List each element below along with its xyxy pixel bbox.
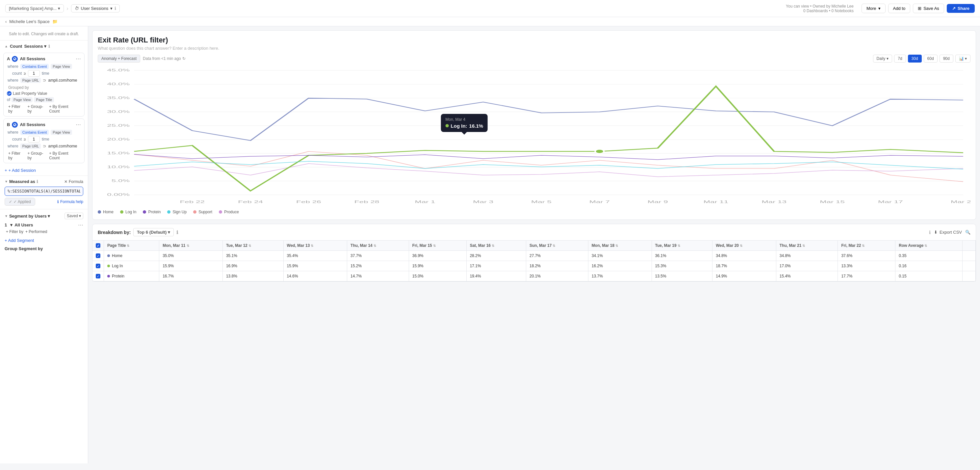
session-a-title: A All Sessions <box>7 56 45 62</box>
count-input-a[interactable] <box>28 70 40 77</box>
row-checkbox[interactable]: ✓ <box>96 264 100 268</box>
collapse-segment[interactable]: ▼ <box>5 214 8 218</box>
nav-right: You can view • Owned by Michelle Lee 0 D… <box>781 3 975 14</box>
th-mar20[interactable]: Wed, Mar 20 ⇅ <box>713 241 776 251</box>
more-button[interactable]: More ▾ <box>862 4 886 13</box>
row-value-cell: 16.7% <box>159 271 223 281</box>
row-checkbox[interactable]: ✓ <box>96 253 100 258</box>
row-name: Log In <box>107 264 156 268</box>
seg-filter-by[interactable]: + Filter by <box>6 229 23 234</box>
page-view-tag[interactable]: Page View <box>51 64 72 69</box>
row-checkbox[interactable]: ✓ <box>96 274 100 279</box>
period-7d-button[interactable]: 7d <box>894 55 906 62</box>
group-by-b[interactable]: + Group-by <box>27 151 47 160</box>
th-mar15[interactable]: Fri, Mar 15 ⇅ <box>409 241 466 251</box>
refresh-icon[interactable]: ↻ <box>182 56 186 61</box>
all-users-label: 1 ▾ All Users <box>5 223 33 228</box>
th-mar21[interactable]: Thu, Mar 21 ⇅ <box>776 241 838 251</box>
th-mar19[interactable]: Tue, Mar 19 ⇅ <box>652 241 713 251</box>
chart-type-button[interactable]: 📊 ▾ <box>955 55 970 62</box>
export-csv-button[interactable]: ⬇ Export CSV <box>934 230 962 235</box>
period-90d-button[interactable]: 90d <box>940 55 953 62</box>
filter-by-b[interactable]: + Filter by <box>8 151 25 160</box>
breakdown-info-icon[interactable]: ℹ <box>177 230 178 235</box>
page-url-tag[interactable]: Page URL <box>21 78 41 83</box>
sessions-label-text: User Sessions <box>81 6 108 11</box>
info-icon-measured[interactable]: ℹ <box>37 179 38 184</box>
formula-help-link[interactable]: ℹ Formula help <box>57 199 83 204</box>
breadcrumb-space[interactable]: Michelle Lee's Space <box>9 19 49 24</box>
chevron-down-seg: ▾ <box>10 223 13 228</box>
by-event-count-a[interactable]: + By Event Count <box>49 104 80 113</box>
granularity-button[interactable]: Daily ▾ <box>873 55 892 62</box>
segment-header: ▼ Segment by Users ▾ <box>5 213 50 218</box>
contains-event-tag-b[interactable]: Contains Event <box>21 130 49 135</box>
app-selector[interactable]: [Marketing Space] Amp... ▾ <box>5 4 64 13</box>
th-mar22[interactable]: Fri, Mar 22 ⇅ <box>838 241 896 251</box>
info-icon-count[interactable]: ℹ <box>48 44 50 49</box>
th-mar16[interactable]: Sat, Mar 16 ⇅ <box>466 241 526 251</box>
th-row-average[interactable]: Row Average ⇅ <box>896 241 963 251</box>
row-value-cell: 15.3% <box>652 261 713 271</box>
session-b-menu[interactable]: ⋯ <box>76 121 81 128</box>
save-as-button[interactable]: ⊞ Save As <box>913 4 944 13</box>
back-icon[interactable]: ‹ <box>5 19 6 24</box>
page-url-tag-b[interactable]: Page URL <box>21 143 41 149</box>
contains-event-tag[interactable]: Contains Event <box>21 64 49 69</box>
anomaly-forecast-button[interactable]: Anomaly + Forecast <box>98 55 140 62</box>
seg-performed[interactable]: + Performed <box>25 229 47 234</box>
th-mar18[interactable]: Mon, Mar 18 ⇅ <box>588 241 652 251</box>
svg-text:Feb 22: Feb 22 <box>180 200 205 204</box>
info-icon-table[interactable]: ℹ <box>929 230 931 235</box>
share-button[interactable]: ↗ Share <box>947 4 975 13</box>
x-icon: ✕ <box>64 179 67 184</box>
filter-by-a[interactable]: + Filter by <box>8 104 25 113</box>
th-page-title[interactable]: Page Title ⇅ <box>104 241 159 251</box>
period-30d-button[interactable]: 30d <box>908 55 922 62</box>
session-a-menu[interactable]: ⋯ <box>76 56 81 62</box>
svg-text:Feb 26: Feb 26 <box>296 200 321 204</box>
formula-badge[interactable]: ✕ Formula <box>64 179 83 184</box>
count-input-b[interactable] <box>28 136 40 142</box>
add-to-button[interactable]: Add to <box>888 4 910 13</box>
page-view-tag-2[interactable]: Page View <box>11 97 33 102</box>
breakdown-select[interactable]: Top 6 (Default) ▾ <box>133 228 174 236</box>
group-by-a[interactable]: + Group-by <box>27 104 47 113</box>
add-session-button[interactable]: + + Add Session <box>0 165 88 175</box>
collapse-arrow[interactable]: ▲ <box>5 45 8 48</box>
users-dropdown[interactable]: Users ▾ <box>35 213 50 218</box>
session-b-block: B All Sessions ⋯ where Contains Event Pa… <box>3 118 84 163</box>
page-view-tag-b[interactable]: Page View <box>51 130 72 135</box>
th-mar11[interactable]: Mon, Mar 11 ⇅ <box>159 241 223 251</box>
by-event-count-b[interactable]: + By Event Count <box>49 151 80 160</box>
chart-container: Exit Rate (URL filter) What question doe… <box>92 30 976 220</box>
period-60d-button[interactable]: 60d <box>924 55 937 62</box>
th-sort-page-title[interactable]: Page Title ⇅ <box>107 243 156 248</box>
formula-input[interactable] <box>5 186 83 196</box>
legend-dot-signup <box>167 210 170 213</box>
segment-1-menu[interactable]: ⋯ <box>78 222 83 228</box>
row-value-cell: 0.35 <box>896 251 963 261</box>
session-a-filter-row: + Filter by + Group-by + By Event Count <box>7 103 81 113</box>
th-mar17[interactable]: Sun, Mar 17 ⇅ <box>526 241 588 251</box>
info-icon[interactable]: ℹ <box>115 6 116 11</box>
count-label: Count <box>10 44 22 49</box>
applied-button[interactable]: ✓ ✓ Applied <box>5 198 35 206</box>
row-value-cell: 35.4% <box>283 251 347 261</box>
sessions-dropdown[interactable]: Sessions ▾ <box>24 44 46 49</box>
add-segment-button[interactable]: + Add Segment <box>5 237 83 244</box>
collapse-measured[interactable]: ▼ <box>5 180 8 183</box>
share-icon: ↗ <box>952 6 956 11</box>
search-icon[interactable]: 🔍 <box>965 230 970 235</box>
header-checkbox[interactable]: ✓ <box>96 243 100 248</box>
svg-text:Mar 1: Mar 1 <box>415 200 435 204</box>
chevron-down-users: ▾ <box>48 213 50 218</box>
svg-text:Mar 7: Mar 7 <box>589 200 610 204</box>
th-mar13[interactable]: Wed, Mar 13 ⇅ <box>283 241 347 251</box>
sessions-selector[interactable]: ⏱ User Sessions ▾ ℹ <box>71 4 120 13</box>
th-mar14[interactable]: Thu, Mar 14 ⇅ <box>347 241 409 251</box>
saved-badge[interactable]: Saved ▾ <box>65 213 83 219</box>
page-title-tag[interactable]: Page Title <box>34 97 54 102</box>
svg-text:Mar 3: Mar 3 <box>473 200 493 204</box>
th-mar12[interactable]: Tue, Mar 12 ⇅ <box>223 241 283 251</box>
